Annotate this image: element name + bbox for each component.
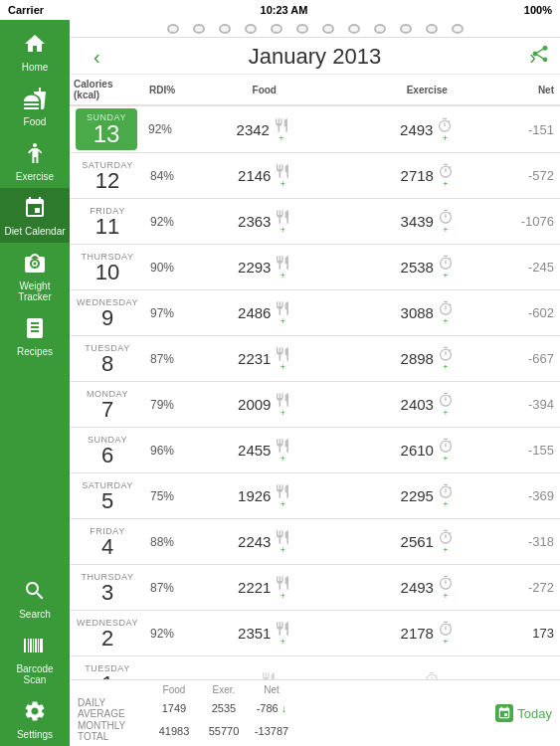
diet-calendar-icon [23,196,47,224]
date-cell: SUNDAY13 [76,108,137,150]
food-value: - [252,670,257,679]
rdi-cell: 88% [141,535,183,549]
ring [374,24,386,34]
table-row[interactable]: MONDAY779%2009+2403+-394 [70,382,560,428]
sidebar-item-food[interactable]: Food [0,79,70,133]
sidebar-item-label: Food [24,116,47,127]
today-label: Today [517,706,552,721]
plus-icon[interactable]: + [280,455,285,464]
plus-icon[interactable]: + [443,638,448,647]
col-header-calories: Calories (kcal) [74,79,141,100]
plus-icon[interactable]: + [443,226,448,235]
net-cell: - [508,671,554,679]
rdi-cell: 96% [141,444,183,458]
calendar-today-icon [495,704,513,722]
sidebar-item-label: Recipes [17,346,53,357]
exercise-value: 2295 [401,487,434,504]
share-button[interactable] [530,44,550,68]
monthly-total-net: -13787 [249,725,294,737]
food-cell: 2293+ [183,254,346,280]
fork-knife-icon: + [275,162,290,189]
exercise-value: 2178 [401,625,434,642]
weight-icon [23,251,47,279]
plus-icon[interactable]: + [280,317,285,326]
table-row[interactable]: SATURDAY575%1926+2295+-369 [70,473,560,519]
date-cell: SATURDAY5 [74,476,141,516]
net-cell: -1076 [508,214,554,229]
sidebar-item-search[interactable]: Search [0,571,70,626]
exercise-cell: - [346,670,509,680]
rdi-cell: 90% [141,261,183,275]
day-num: 5 [101,490,113,512]
plus-icon[interactable]: + [280,409,285,418]
plus-icon[interactable]: + [280,638,285,647]
table-row[interactable]: SATURDAY1284%2146+2718+-572 [70,153,560,199]
sidebar-item-settings[interactable]: Settings [0,691,70,746]
stopwatch-icon: + [438,254,454,280]
plus-icon[interactable]: + [443,546,448,555]
plus-icon[interactable]: + [280,500,285,509]
barcode-icon [23,634,47,661]
table-row[interactable]: TUESDAY887%2231+2898+-667 [70,336,560,382]
plus-icon[interactable]: + [443,409,448,418]
net-cell: -272 [508,580,554,595]
exercise-cell: 2610+ [346,437,509,464]
food-value: 2293 [238,259,271,276]
utensils-icon [23,87,47,114]
sidebar-item-recipes[interactable]: Recipes [0,308,70,363]
plus-icon[interactable]: + [443,363,448,372]
plus-icon[interactable]: + [443,500,448,509]
plus-icon[interactable]: + [443,317,448,326]
rdi-cell: 92% [139,122,181,136]
column-headers: Calories (kcal) RDI% Food Exercise Net [70,75,560,106]
table-row[interactable]: TUESDAY1---- [70,656,560,679]
table-row[interactable]: WEDNESDAY292%2351+2178+173 [70,611,560,656]
table-row[interactable]: FRIDAY488%2243+2561+-318 [70,519,560,565]
table-row[interactable]: FRIDAY1192%2363+3439+-1076 [70,199,560,245]
prev-month-button[interactable]: ‹ [86,46,108,69]
table-row[interactable]: THURSDAY387%2221+2493+-272 [70,565,560,611]
stopwatch-icon: + [438,482,454,509]
col-header-rdi: RDI% [141,85,183,95]
table-row[interactable]: SUNDAY696%2455+2610+-155 [70,428,560,473]
day-num: 7 [101,399,113,421]
sidebar-item-barcode-scan[interactable]: Barcode Scan [0,626,70,691]
food-cell: 2486+ [183,299,346,326]
plus-icon[interactable]: + [280,272,285,280]
rdi-cell: 92% [141,627,183,641]
stopwatch-icon [424,670,440,680]
sidebar-item-weight-tracker[interactable]: Weight Tracker [0,243,70,308]
ring [167,24,179,34]
plus-icon[interactable]: + [443,455,448,464]
food-cell: 2363+ [183,208,346,235]
status-bar: Carrier 10:23 AM 100% [0,0,560,20]
daily-avg-net: -786 ↓ [249,702,294,714]
net-cell: -602 [508,305,554,320]
table-row[interactable]: WEDNESDAY997%2486+3088+-602 [70,290,560,336]
sidebar-item-home[interactable]: Home [0,24,70,79]
sidebar-item-diet-calendar[interactable]: Diet Calendar [0,188,70,243]
net-cell: -667 [508,351,554,366]
today-button[interactable]: Today [495,704,552,722]
plus-icon[interactable]: + [279,134,283,143]
plus-icon[interactable]: + [280,363,285,372]
plus-icon[interactable]: + [280,226,285,235]
table-row[interactable]: SUNDAY1392%2342+2493+-151 [70,106,560,153]
plus-icon[interactable]: + [280,180,285,189]
calendar-table: SUNDAY1392%2342+2493+-151SATURDAY1284%21… [70,106,560,679]
plus-icon[interactable]: + [443,180,448,189]
plus-icon[interactable]: + [443,272,448,280]
fork-knife-icon: + [275,345,290,372]
plus-icon[interactable]: + [443,134,448,143]
plus-icon[interactable]: + [280,592,285,601]
date-cell: WEDNESDAY9 [74,293,141,333]
food-cell: 2146+ [183,162,346,189]
exercise-cell: 3439+ [346,208,509,235]
table-row[interactable]: THURSDAY1090%2293+2538+-245 [70,245,560,290]
plus-icon[interactable]: + [280,546,285,555]
net-cell: 173 [508,626,554,641]
exercise-value: - [415,670,420,679]
col-header-food: Food [183,85,346,95]
sidebar-item-exercise[interactable]: Exercise [0,133,70,188]
plus-icon[interactable]: + [443,592,448,601]
